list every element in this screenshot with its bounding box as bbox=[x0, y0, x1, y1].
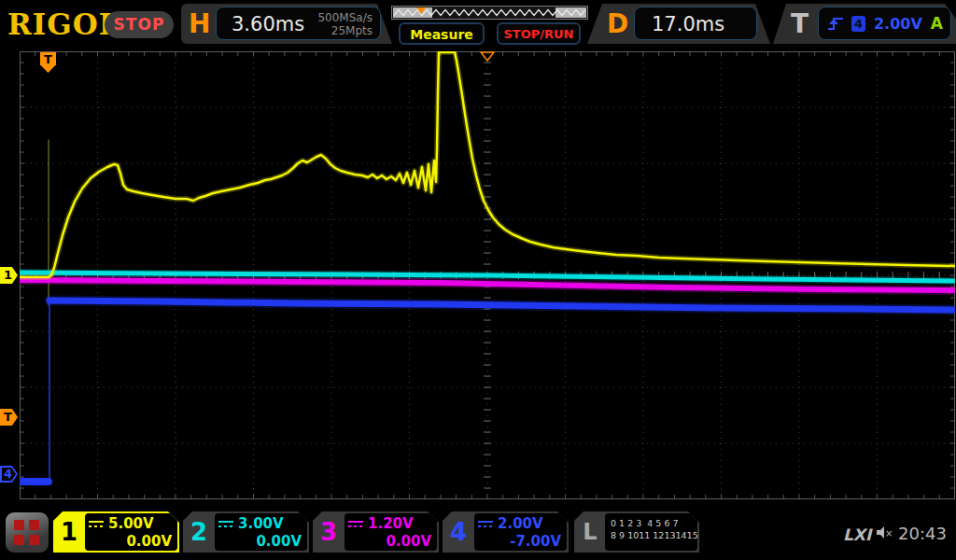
clock: 20:43 bbox=[898, 524, 947, 543]
trigger-level-value: 2.00V bbox=[874, 15, 922, 33]
channel-1-values: 5.00V 0.00V bbox=[85, 513, 177, 551]
channel-2-scale: 3.00V bbox=[238, 515, 284, 532]
speaker-mute-icon[interactable]: × bbox=[876, 526, 893, 539]
channel-1-block[interactable]: 1 5.00V 0.00V bbox=[53, 511, 179, 553]
trigger-source-badge: 4 bbox=[851, 16, 865, 32]
sample-rate: 500MSa/s bbox=[317, 11, 373, 24]
edge-trigger-icon bbox=[826, 15, 843, 32]
delay-value: 17.0ms bbox=[652, 13, 724, 35]
logic-analyzer-label: L bbox=[574, 511, 606, 553]
rigol-logo: RIGOL bbox=[7, 7, 120, 41]
stop-run-button[interactable]: STOP/RUN bbox=[497, 22, 581, 45]
memory-depth: 25Mpts bbox=[317, 24, 373, 37]
trigger-panel[interactable]: T 4 2.00V A bbox=[773, 4, 956, 44]
channel-1-offset: 0.00V bbox=[89, 533, 174, 550]
menu-grid-icon[interactable] bbox=[6, 512, 49, 553]
dc-coupling-icon bbox=[478, 520, 493, 528]
delay-panel[interactable]: D 17.0ms bbox=[587, 4, 770, 44]
channel-4-values: 2.00V -7.00V bbox=[474, 513, 567, 551]
horizontal-center-marker-icon bbox=[478, 51, 497, 63]
dc-coupling-icon bbox=[218, 520, 233, 528]
memory-trigger-marker-icon bbox=[416, 7, 426, 14]
channel-1-scale: 5.00V bbox=[108, 515, 154, 532]
lxi-status: LXI bbox=[843, 525, 871, 544]
channel-3-scale: 1.20V bbox=[368, 515, 414, 532]
channel-4-ground-marker-label: 4 bbox=[0, 466, 18, 483]
logic-analyzer-block[interactable]: L 0 1 2 3 4 5 6 7 8 9 1011 12131415 bbox=[574, 511, 699, 553]
dc-coupling-icon bbox=[348, 520, 363, 528]
run-state-badge[interactable]: STOP bbox=[105, 11, 174, 38]
measure-button[interactable]: Measure bbox=[399, 22, 485, 45]
oscilloscope-screen: RIGOL STOP H 3.60ms 500MSa/s 25Mpts Meas… bbox=[0, 0, 956, 560]
channel-2-block[interactable]: 2 3.00V 0.00V bbox=[183, 511, 309, 553]
channel-1-ground-marker[interactable]: 1 bbox=[0, 267, 18, 284]
channel-1-number: 1 bbox=[53, 511, 85, 553]
channel-4-offset: -7.00V bbox=[478, 533, 563, 550]
channel-4-number: 4 bbox=[443, 511, 474, 553]
trigger-level-marker[interactable]: T bbox=[0, 409, 18, 426]
graticule bbox=[20, 51, 955, 499]
dc-coupling-icon bbox=[89, 520, 104, 528]
memory-position-bar[interactable] bbox=[391, 6, 588, 20]
d-label: D bbox=[607, 8, 628, 39]
channel-3-offset: 0.00V bbox=[348, 533, 433, 550]
svg-text:×: × bbox=[885, 528, 893, 539]
channel-2-number: 2 bbox=[183, 511, 215, 553]
trigger-box: 4 2.00V A bbox=[818, 7, 951, 40]
channel-3-number: 3 bbox=[313, 511, 344, 553]
channel-3-block[interactable]: 3 1.20V 0.00V bbox=[313, 511, 439, 553]
timebase-value: 3.60ms bbox=[232, 13, 304, 35]
horizontal-timebase-panel[interactable]: H 3.60ms 500MSa/s 25Mpts bbox=[181, 4, 392, 44]
channel-4-ground-marker[interactable]: 4 bbox=[0, 466, 18, 483]
wave-ch1-glow bbox=[20, 52, 955, 277]
delay-box: 17.0ms bbox=[634, 7, 757, 40]
wave-ch1 bbox=[20, 52, 955, 277]
channel-2-offset: 0.00V bbox=[218, 533, 303, 550]
la-channels-row1: 0 1 2 3 4 5 6 7 bbox=[611, 517, 697, 529]
trigger-mode: A bbox=[931, 14, 943, 33]
channel-3-values: 1.20V 0.00V bbox=[344, 513, 437, 551]
channel-2-values: 3.00V 0.00V bbox=[215, 513, 307, 551]
channel-4-scale: 2.00V bbox=[498, 515, 543, 532]
timebase-box: 3.60ms 500MSa/s 25Mpts bbox=[216, 7, 381, 40]
la-channels-row2: 8 9 1011 12131415 bbox=[611, 529, 697, 541]
t-label: T bbox=[791, 8, 808, 39]
channel-4-block[interactable]: 4 2.00V -7.00V bbox=[443, 511, 569, 553]
logic-analyzer-channels: 0 1 2 3 4 5 6 7 8 9 1011 12131415 bbox=[605, 513, 697, 551]
h-label: H bbox=[189, 8, 210, 39]
